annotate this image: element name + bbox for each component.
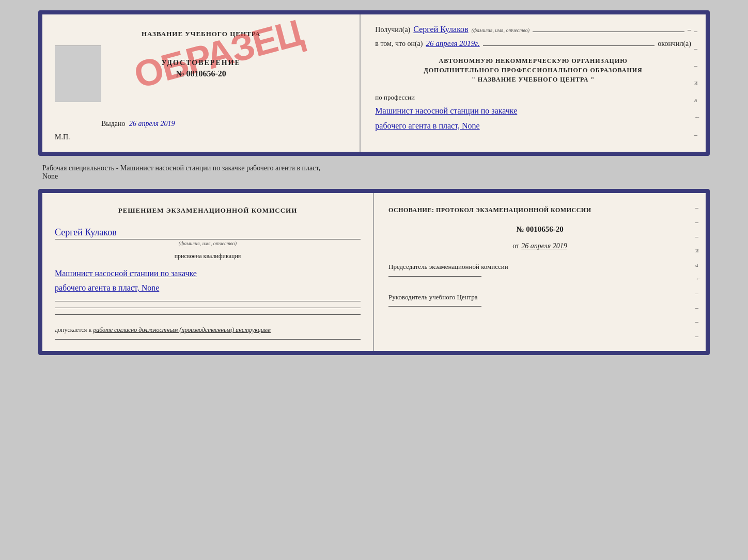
top-document: НАЗВАНИЕ УЧЕБНОГО ЦЕНТРА ОБРАЗЕЦ УДОСТОВ… <box>38 10 710 156</box>
right-bottom-dashes: – – – и а ← – – – – <box>695 193 702 351</box>
cert-block: УДОСТОВЕРЕНИЕ № 0010656-20 <box>161 59 240 78</box>
cert-number: № 0010656-20 <box>176 69 226 78</box>
issued-label: Выдано <box>101 120 126 127</box>
name-hint: (фамилия, имя, отчество) <box>55 241 361 246</box>
allowed-label: допускается к <box>55 326 91 333</box>
qual-underline1 <box>55 301 361 301</box>
middle-text-line2: None <box>42 172 58 180</box>
osnov-text: Основание: протокол экзаменационной коми… <box>388 205 691 215</box>
finished-label: окончил(а) <box>658 40 691 48</box>
osnov-label: Основание: протокол экзаменационной коми… <box>388 206 591 214</box>
received-label: Получил(а) <box>375 26 410 34</box>
chairman-signature-line <box>388 276 481 277</box>
head-signature-line <box>388 306 481 307</box>
protocol-date: от 26 апреля 2019 <box>388 242 691 250</box>
allowed-row: допускается к работе согласно должностны… <box>55 326 361 334</box>
mp-label: М.П. <box>55 133 70 141</box>
doc-top-right: Получил(а) Сергей Кулаков (фамилия, имя,… <box>361 14 706 152</box>
chairman-block: Председатель экзаменационной комиссии <box>388 262 691 281</box>
qualification-block: Машинист насосной станции по закачке раб… <box>55 266 361 296</box>
qual-underline2 <box>55 308 361 308</box>
org-line2: ДОПОЛНИТЕЛЬНОГО ПРОФЕССИОНАЛЬНОГО ОБРАЗО… <box>375 66 691 75</box>
allowed-text: работе согласно должностным (производств… <box>93 326 271 333</box>
profession-line2: рабочего агента в пласт, None <box>375 119 691 134</box>
protocol-number: № 0010656-20 <box>388 225 691 234</box>
stamp-obrazec: ОБРАЗЕЦ <box>130 13 306 94</box>
doc-bottom-right: Основание: протокол экзаменационной коми… <box>374 193 706 351</box>
profession-label: по профессии <box>375 93 691 102</box>
training-center-title: НАЗВАНИЕ УЧЕБНОГО ЦЕНТРА <box>142 30 261 38</box>
decision-text: Решением экзаменационной комиссии <box>55 205 361 216</box>
issued-date-row: Выдано 26 апреля 2019 <box>55 120 175 128</box>
doc-top-left: НАЗВАНИЕ УЧЕБНОГО ЦЕНТРА ОБРАЗЕЦ УДОСТОВ… <box>42 14 361 152</box>
qualification-line2: рабочего агента в пласт, None <box>55 281 361 296</box>
in-that-label: в том, что он(а) <box>375 40 423 48</box>
received-row: Получил(а) Сергей Кулаков (фамилия, имя,… <box>375 25 691 34</box>
cert-label: УДОСТОВЕРЕНИЕ <box>161 59 240 67</box>
org-line1: АВТОНОМНУЮ НЕКОММЕРЧЕСКУЮ ОРГАНИЗАЦИЮ <box>375 56 691 66</box>
received-name: Сергей Кулаков <box>413 25 468 34</box>
qualification-line1: Машинист насосной станции по закачке <box>55 266 361 281</box>
bottom-name: Сергей Кулаков <box>55 227 361 238</box>
in-that-date: 26 апреля 2019г. <box>426 39 479 48</box>
head-block: Руководитель учебного Центра <box>388 292 691 311</box>
profession-line1: Машинист насосной станции по закачке <box>375 104 691 119</box>
middle-text-line1: Рабочая специальность - Машинист насосно… <box>42 164 320 172</box>
bottom-underline <box>55 339 361 340</box>
decision-label: Решением экзаменационной комиссии <box>118 206 298 214</box>
profession-block: по профессии Машинист насосной станции п… <box>375 93 691 134</box>
middle-text-block: Рабочая специальность - Машинист насосно… <box>38 162 710 183</box>
assigned-text: присвоена квалификация <box>55 252 361 260</box>
org-line3: " НАЗВАНИЕ УЧЕБНОГО ЦЕНТРА " <box>375 75 691 84</box>
chairman-label: Председатель экзаменационной комиссии <box>388 262 691 272</box>
name-block: Сергей Кулаков (фамилия, имя, отчество) <box>55 224 361 246</box>
photo-placeholder <box>55 45 101 102</box>
in-that-row: в том, что он(а) 26 апреля 2019г. окончи… <box>375 39 691 48</box>
qual-underline3 <box>55 314 361 315</box>
head-label: Руководитель учебного Центра <box>388 292 691 302</box>
issued-date: 26 апреля 2019 <box>129 120 175 127</box>
protocol-date-prefix: от <box>512 242 519 250</box>
name-underline <box>55 239 361 239</box>
received-hint: (фамилия, имя, отчество) <box>472 27 529 33</box>
bottom-document: Решением экзаменационной комиссии Сергей… <box>38 189 710 355</box>
protocol-date-value: 26 апреля 2019 <box>521 242 567 250</box>
right-dashes: – – – и а ← – <box>694 14 700 152</box>
doc-bottom-left: Решением экзаменационной комиссии Сергей… <box>42 193 374 351</box>
org-block: АВТОНОМНУЮ НЕКОММЕРЧЕСКУЮ ОРГАНИЗАЦИЮ ДО… <box>375 56 691 84</box>
